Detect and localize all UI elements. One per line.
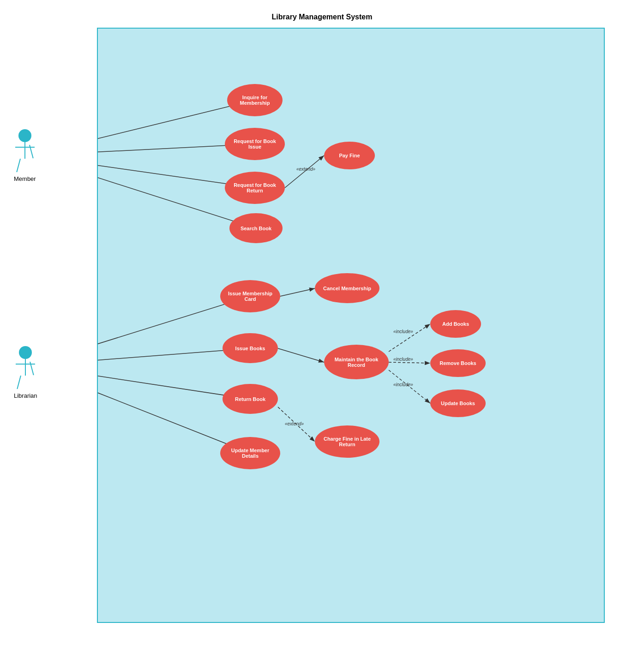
page-container: Library Management System <box>0 0 644 646</box>
diagram-title: Library Management System <box>0 13 644 21</box>
svg-line-11 <box>389 324 430 352</box>
diagram-area: «extend» «extend» «include» «include» «i… <box>97 28 605 623</box>
actor-figure-member <box>18 129 31 173</box>
actor-figure-librarian <box>19 346 32 389</box>
include-label-2: «include» <box>393 357 413 362</box>
connections-svg: «extend» «extend» «include» «include» «i… <box>98 29 604 622</box>
svg-line-12 <box>389 362 430 363</box>
svg-line-10 <box>278 348 324 362</box>
actor-head-librarian <box>19 346 32 359</box>
use-case-maintainBook: Maintain the Book Record <box>324 345 389 379</box>
use-case-cancelMembership: Cancel Membership <box>315 273 379 303</box>
actor-leg-left-member <box>16 159 21 172</box>
use-case-bookIssue: Request for Book Issue <box>225 128 285 160</box>
actor-body-member <box>24 142 25 159</box>
svg-line-9 <box>280 288 315 296</box>
extend-label-1: «extend» <box>296 167 316 172</box>
svg-line-8 <box>98 365 250 453</box>
use-case-updateMember: Update Member Details <box>220 437 280 469</box>
use-case-inquire: Inquire for Membership <box>227 84 283 116</box>
use-case-chargeFine: Charge Fine in Late Return <box>315 425 379 458</box>
actor-head-member <box>18 129 31 142</box>
use-case-issueMembership: Issue Membership Card <box>220 280 280 312</box>
extend-label-2: «extend» <box>285 421 304 426</box>
use-case-removeBooks: Remove Books <box>430 349 486 377</box>
svg-line-13 <box>389 370 430 403</box>
actor-label-librarian: Librarian <box>14 392 37 399</box>
actor-label-member: Member <box>14 175 36 182</box>
actor-body-librarian <box>25 359 26 376</box>
actor-legs-member <box>20 159 30 173</box>
actor-legs-librarian <box>20 376 30 389</box>
actor-leg-left-librarian <box>17 376 22 389</box>
use-case-updateBooks: Update Books <box>430 389 486 417</box>
actor-member: Member <box>14 129 36 182</box>
actor-librarian: Librarian <box>14 346 37 399</box>
actor-arms-librarian <box>16 364 35 365</box>
use-case-issueBooks: Issue Books <box>223 333 278 363</box>
use-case-payFine: Pay Fine <box>324 142 375 169</box>
svg-line-4 <box>285 156 324 188</box>
use-case-returnBook: Return Book <box>223 384 278 414</box>
use-case-addBooks: Add Books <box>430 310 481 338</box>
use-case-bookReturn: Request for Book Return <box>225 172 285 204</box>
use-case-searchBook: Search Book <box>229 213 283 243</box>
svg-line-14 <box>278 407 315 442</box>
include-label-3: «include» <box>393 382 413 387</box>
include-label-1: «include» <box>393 329 413 334</box>
actor-arms-member <box>15 147 35 148</box>
